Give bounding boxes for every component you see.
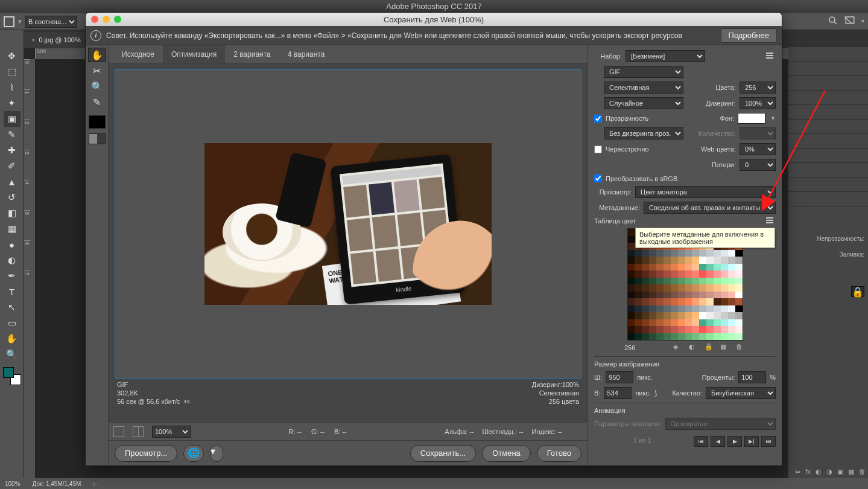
tab-optimized[interactable]: Оптимизация	[163, 45, 225, 63]
svg-rect-2	[846, 17, 854, 24]
gradient-tool[interactable]: ▦	[4, 221, 21, 237]
eyedropper-tool[interactable]: ✎	[4, 127, 21, 142]
slice-visibility-toggle[interactable]	[89, 133, 106, 144]
colors-select[interactable]: 256	[740, 82, 776, 94]
matte-label: Фон:	[720, 115, 734, 122]
adjust-icon[interactable]: ◑	[826, 468, 832, 476]
new-icon[interactable]: ▦	[848, 468, 854, 476]
ct-trash-icon[interactable]: 🗑	[736, 343, 746, 353]
ct-map-icon[interactable]: ◈	[673, 343, 683, 353]
browser-menu-icon[interactable]: ▾	[210, 445, 223, 462]
metadata-select[interactable]: Сведения об авт. правах и контакты	[644, 202, 776, 214]
ratio-select[interactable]: В соотнош...	[25, 16, 77, 28]
eyedropper-tool-icon[interactable]: ✎	[88, 95, 106, 109]
hand-tool[interactable]: ✋	[4, 331, 21, 347]
learn-more-button[interactable]: Подробнее	[721, 28, 777, 43]
reduction-select[interactable]: Селективная	[604, 82, 683, 94]
anim-last-icon[interactable]: ⏭	[761, 436, 776, 447]
preset-select[interactable]: [Безимени]	[626, 50, 705, 62]
zoom-tool-icon[interactable]: 🔍	[88, 79, 106, 94]
ct-new-icon[interactable]: ▦	[720, 343, 730, 353]
eyedropper-swatch[interactable]	[89, 115, 106, 129]
anim-play-icon[interactable]: ▶	[727, 436, 742, 447]
svg-point-0	[829, 17, 835, 22]
stamp-tool[interactable]: ▲	[4, 174, 21, 190]
type-tool[interactable]: T	[4, 284, 21, 299]
tile-single-icon[interactable]	[113, 426, 124, 437]
dither-select[interactable]: 100%	[740, 97, 776, 109]
done-button[interactable]: Готово	[537, 445, 581, 462]
colors-label: Цвета:	[715, 84, 736, 91]
window-minimize-icon[interactable]	[103, 16, 110, 23]
previewmode-label: Просмотр:	[594, 188, 632, 196]
ct-lock-icon[interactable]: 🔒	[705, 343, 714, 353]
move-tool[interactable]: ✥	[4, 48, 21, 64]
trash-icon[interactable]: 🗑	[859, 468, 866, 476]
workspace-icon[interactable]	[844, 15, 855, 26]
wand-tool[interactable]: ✦	[4, 95, 21, 111]
info-dither: Дизеринг:100%	[532, 381, 579, 388]
hand-tool-icon[interactable]: ✋	[88, 48, 106, 62]
anim-prev-icon[interactable]: ◀	[711, 436, 725, 447]
marquee-tool[interactable]: ⬚	[4, 64, 21, 80]
zoom-select[interactable]: 100%	[152, 426, 191, 438]
matte-swatch[interactable]	[738, 113, 765, 124]
brush-tool[interactable]: ✐	[4, 158, 21, 174]
folder-icon[interactable]: ▣	[837, 468, 843, 476]
trans-dither-select[interactable]: Без дизеринга проз...	[604, 127, 683, 139]
format-select[interactable]: GIF	[604, 66, 683, 78]
previewmode-select[interactable]: Цвет монитора	[635, 186, 776, 198]
window-close-icon[interactable]	[91, 16, 98, 23]
lock-icon[interactable]: 🔒	[851, 286, 864, 297]
quality-select[interactable]: Бикубическая	[706, 387, 776, 399]
anim-next-icon[interactable]: ▶|	[744, 436, 759, 447]
dodge-tool[interactable]: ◐	[4, 252, 21, 268]
window-zoom-icon[interactable]	[114, 16, 121, 23]
dither-alg-select[interactable]: Случайное	[604, 97, 683, 109]
width-field[interactable]	[606, 371, 633, 383]
pen-tool[interactable]: ✒	[4, 268, 21, 284]
preview-button[interactable]: Просмотр...	[115, 445, 177, 462]
transparency-checkbox[interactable]	[594, 115, 602, 123]
crop-tool[interactable]: ▣	[4, 111, 21, 127]
blur-tool[interactable]: ●	[4, 237, 21, 252]
anim-first-icon[interactable]: ⏮	[694, 436, 708, 447]
slice-tool-icon[interactable]: ✂	[88, 63, 106, 78]
height-field[interactable]	[604, 387, 632, 399]
path-tool[interactable]: ↖	[4, 299, 21, 315]
tip-bar: i Совет. Используйте команду «Экспортиро…	[86, 26, 782, 45]
ct-shift-icon[interactable]: ◐	[689, 343, 699, 353]
lasso-tool[interactable]: ⌇	[4, 80, 21, 95]
dialog-titlebar[interactable]: Сохранить для Web (100%)	[86, 13, 782, 26]
transparency-label: Прозрачность	[606, 115, 648, 122]
browser-preview-icon[interactable]: 🌐	[183, 445, 204, 462]
tile-split-icon[interactable]	[133, 426, 144, 437]
fx-icon[interactable]: fx	[805, 468, 811, 476]
tab-original[interactable]: Исходное	[113, 45, 163, 63]
heal-tool[interactable]: ✚	[4, 142, 21, 158]
shape-tool[interactable]: ▭	[4, 315, 21, 331]
panel-menu-icon[interactable]	[766, 53, 776, 60]
srgb-checkbox[interactable]	[594, 174, 602, 182]
cancel-button[interactable]: Отмена	[482, 445, 531, 462]
zoom-tool[interactable]: 🔍	[4, 347, 21, 362]
tab-4up[interactable]: 4 варианта	[279, 45, 334, 63]
close-icon[interactable]: ×	[31, 36, 35, 43]
percent-field[interactable]	[738, 371, 766, 383]
websnap-select[interactable]: 0%	[740, 143, 776, 155]
tab-2up[interactable]: 2 варианта	[225, 45, 279, 63]
link-icon[interactable]: ⇔	[795, 468, 800, 476]
speed-menu-icon[interactable]: ▾≡	[184, 398, 190, 404]
interlaced-checkbox[interactable]	[594, 145, 602, 153]
eraser-tool[interactable]: ◧	[4, 205, 21, 221]
save-button[interactable]: Сохранить...	[410, 445, 476, 462]
lossy-select[interactable]: 0	[740, 159, 776, 171]
preview-frame[interactable]: ONES TWATCH	[115, 69, 581, 379]
search-icon[interactable]	[828, 15, 838, 26]
color-swatches[interactable]	[3, 367, 21, 385]
mask-icon[interactable]: ◐	[816, 468, 822, 476]
dialog-title: Сохранить для Web (100%)	[86, 15, 782, 24]
colortable-menu-icon[interactable]	[766, 217, 776, 225]
document-tab[interactable]: × 0.jpg @ 100%	[24, 31, 88, 48]
history-brush-tool[interactable]: ↺	[4, 190, 21, 205]
